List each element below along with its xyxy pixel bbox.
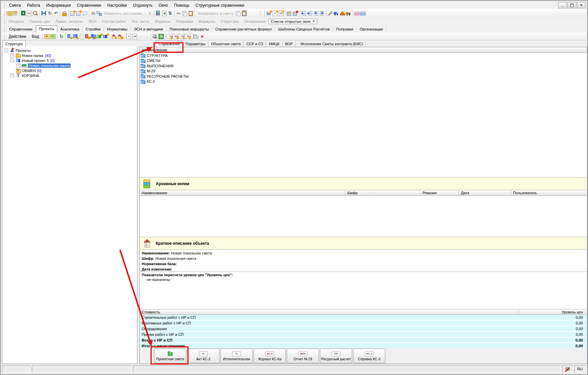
table-edit-icon[interactable] <box>286 10 292 16</box>
tree-node-korzina[interactable]: + КОРЗИНА <box>2 73 137 78</box>
resursnyi-raschet-button[interactable]: РР Ресурсный расчет <box>320 349 352 363</box>
ispolnitelnaya-button[interactable]: % Исполнительная <box>220 349 253 363</box>
menu-pomosh[interactable]: Помощь <box>171 2 192 8</box>
report-po-icon[interactable]: По <box>167 33 173 39</box>
akt-ks2-button[interactable]: % Акт КС-2 <box>187 349 219 363</box>
list-item-smety[interactable]: СМЕТЫ <box>140 58 587 64</box>
tab-vor[interactable]: ВОР <box>282 41 296 47</box>
list-item-m29[interactable]: М-29 <box>140 69 587 74</box>
copy-page-icon[interactable] <box>235 10 241 16</box>
tree-node-proekty[interactable]: − Проекты <box>2 48 137 53</box>
tree-node-novaya-lokalnaya-smeta[interactable]: + Новая локальная смета <box>2 63 137 68</box>
selected-tree-node-label[interactable]: Новая локальная смета <box>28 64 70 68</box>
tab-poiskovye-marshruty[interactable]: Поисковые маршруты <box>167 26 212 32</box>
labor-icon[interactable] <box>327 10 333 16</box>
toolbar-grip-2[interactable] <box>259 10 260 16</box>
project-list-icon[interactable] <box>73 33 79 39</box>
menu-spravochniki[interactable]: Справочники <box>74 2 104 8</box>
tab-ispolnenie-smety-kontrakta[interactable]: Исполнение Сметы контракта (ЕИС) <box>298 41 366 47</box>
collapse-all-icon[interactable] <box>50 33 56 39</box>
tab-normativy[interactable]: Нормативы <box>104 26 131 32</box>
save-icon[interactable] <box>41 10 47 16</box>
otchet-m29-button[interactable]: М29 Отчет М-29 <box>287 349 319 363</box>
list-item-struktura[interactable]: СТРУКТУРА <box>140 53 587 58</box>
excel-export-icon[interactable]: X <box>20 10 26 16</box>
tab-nmck[interactable]: НМЦК <box>266 41 282 47</box>
search-icon[interactable] <box>32 10 39 16</box>
cut-icon[interactable]: ✂ <box>176 10 182 16</box>
indent-left-icon[interactable] <box>313 10 319 16</box>
menu-rabota[interactable]: Работа <box>24 2 43 8</box>
indent-add-below-icon[interactable] <box>307 10 313 16</box>
archive-col-naimenovanie[interactable]: Наименование <box>140 190 345 196</box>
open-windows-list-button[interactable]: Список открытых окон ▼ <box>268 19 317 24</box>
books-pink-icon[interactable] <box>354 10 360 16</box>
tab-struktura[interactable]: Структура <box>3 40 25 47</box>
tab-ssr-i-sz[interactable]: ССР и СЗ <box>244 41 266 47</box>
save-set-icon[interactable] <box>266 10 272 16</box>
zhurnal-ks6a-button[interactable]: КС-6 Журнал КС-6а <box>254 349 286 363</box>
comment-icon[interactable] <box>82 10 88 16</box>
users-icon[interactable] <box>152 33 158 39</box>
tab-spravochniki[interactable]: Справочники <box>6 26 36 32</box>
sort-rows-icon[interactable]: ⇅ <box>167 10 173 16</box>
tree-node-obmen[interactable]: ОБМЕН [0] <box>2 68 137 73</box>
object-estimate-icon[interactable] <box>111 33 117 39</box>
indent-right-icon[interactable] <box>319 10 325 16</box>
network-copy-icon[interactable] <box>96 10 102 16</box>
structure-tree-icon[interactable] <box>6 10 12 16</box>
actionbar-grip[interactable] <box>3 33 5 40</box>
page-pr-icon[interactable]: ПР <box>278 10 284 16</box>
language-indicator[interactable]: RU <box>574 365 586 373</box>
tab-parametry[interactable]: Параметры <box>183 41 208 47</box>
menu-deystvie[interactable]: Действие <box>6 33 29 40</box>
copy-project-icon[interactable] <box>91 33 97 39</box>
indent-add-above-icon[interactable] <box>301 10 307 16</box>
report-fz-icon[interactable]: ФЗ <box>185 33 191 39</box>
menu-nastroyki[interactable]: Настройки <box>104 2 130 8</box>
minimize-button[interactable]: _ <box>558 2 567 8</box>
copy-icon[interactable] <box>182 10 188 16</box>
maintabs-grip[interactable] <box>3 26 5 32</box>
tab-shablony-svodnyh[interactable]: Шаблоны Сводных Расчётов <box>275 26 333 32</box>
collapse-box-icon[interactable]: − <box>4 49 8 52</box>
tab-analitika[interactable]: Аналитика <box>57 26 83 32</box>
materials-icon[interactable] <box>339 10 345 16</box>
object-estimate-2-icon[interactable] <box>117 33 123 39</box>
expand-box-icon[interactable]: + <box>10 54 14 57</box>
page-import-icon[interactable] <box>161 10 167 16</box>
row-type-1-icon[interactable] <box>70 10 76 16</box>
spravka-ks3-button[interactable]: КС-3 Справка КС-3 <box>353 349 385 363</box>
page-p-action-icon[interactable]: Р <box>126 33 132 39</box>
toolbar-grip-1[interactable] <box>3 10 5 16</box>
percent-icon[interactable]: % <box>158 33 164 39</box>
menu-strukturnye-spravochniki[interactable]: Структурные справочники <box>192 2 247 8</box>
list-item-resursnye-raschety[interactable]: РЕСУРСНЫЕ РАСЧЕТЫ <box>140 74 587 79</box>
tab-obektnaya-smeta[interactable]: Объектная смета <box>208 41 244 47</box>
report-rr-icon[interactable]: РР <box>179 33 185 39</box>
restore-button[interactable] <box>568 2 576 8</box>
blue-book-icon[interactable] <box>103 33 109 39</box>
menu-okno[interactable]: Окно <box>155 2 171 8</box>
expand-box-icon[interactable]: + <box>10 74 14 77</box>
page-p-icon[interactable]: Р <box>272 10 278 16</box>
menubar-grip[interactable] <box>3 2 5 8</box>
archive-table-header[interactable]: Наименование Шифр Ревизия Дата Пользоват… <box>140 190 587 196</box>
expand-box-icon[interactable]: + <box>16 64 20 67</box>
menu-smeta[interactable]: Смета <box>6 2 24 8</box>
archive-col-reviziya[interactable]: Ревизия <box>420 190 459 196</box>
row-type-2-icon[interactable] <box>76 10 82 16</box>
tab-organizacii[interactable]: Организации <box>356 26 386 32</box>
tree-node-novyi-proekt-5[interactable]: − Новый проект 5 [0] <box>2 58 137 63</box>
list-item-vypolneniya[interactable]: ВЫПОЛНЕНИЯ <box>140 63 587 69</box>
column-naimenovanie[interactable]: Наименование <box>140 47 587 53</box>
machines-icon[interactable] <box>333 10 339 16</box>
table-delete-icon[interactable] <box>292 10 299 16</box>
import-project-icon[interactable] <box>85 33 91 39</box>
tab-stroyki[interactable]: Стройки <box>83 26 104 32</box>
refresh-icon[interactable]: ↻ <box>47 10 53 16</box>
paste-to-estimate-icon[interactable] <box>241 10 247 16</box>
archive-col-polzovatel[interactable]: Пользователь <box>511 190 587 196</box>
tab-esn-i-metodiki[interactable]: ЭСН и методики <box>131 26 166 32</box>
books-blue-icon[interactable] <box>360 10 366 16</box>
